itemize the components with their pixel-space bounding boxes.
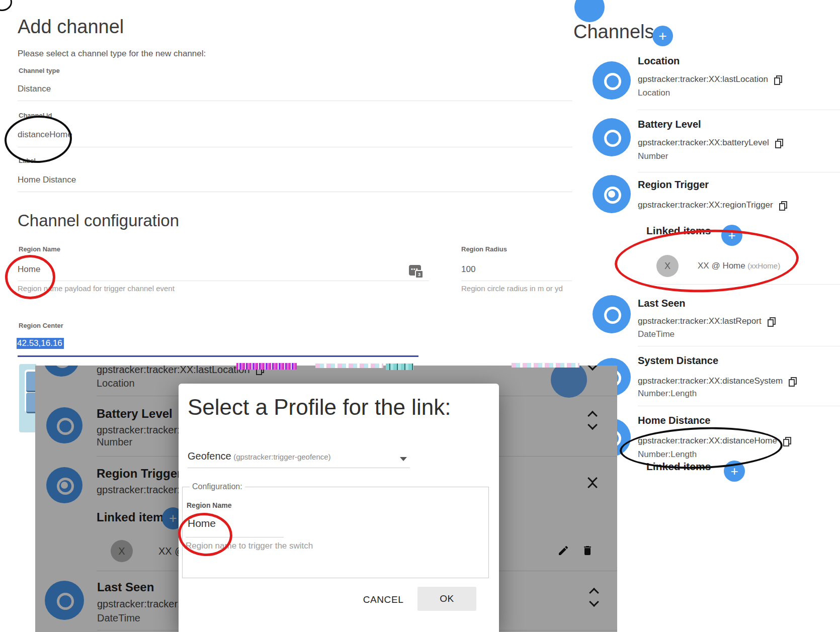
channels-panel-title: Channels bbox=[573, 21, 654, 43]
annotation-ellipse-region-name bbox=[5, 255, 55, 299]
delete-icon[interactable] bbox=[581, 545, 594, 557]
channel-item-type: Number:Length bbox=[638, 389, 697, 399]
channel-state-icon bbox=[593, 61, 631, 100]
glitch-artifact bbox=[386, 364, 413, 370]
region-name-underline bbox=[18, 281, 429, 281]
copy-icon[interactable] bbox=[783, 437, 791, 445]
channel-title[interactable]: Last Seen bbox=[97, 580, 154, 594]
chevron-down-icon[interactable] bbox=[400, 457, 407, 461]
channel-item-type: Location bbox=[638, 88, 670, 98]
intro-text: Please select a channel type for the new… bbox=[18, 49, 206, 59]
channel-item-type: DateTime bbox=[638, 329, 675, 339]
annotation-ellipse-channel-id bbox=[4, 114, 73, 165]
channel-item-type: Number bbox=[638, 151, 668, 161]
channel-uid: gpstracker:tracker:XX:regionTrigger bbox=[638, 200, 787, 210]
map-fragment bbox=[19, 364, 36, 432]
channel-uid: gpstracker:tracker:XX:batteryLevel bbox=[638, 138, 783, 148]
copy-icon[interactable] bbox=[789, 377, 796, 386]
channel-uid: gpstracker:tracker:XX:lastReport bbox=[638, 316, 775, 326]
copy-icon[interactable] bbox=[775, 139, 783, 147]
channel-state-icon bbox=[45, 581, 84, 620]
channel-item-type: Number bbox=[97, 436, 132, 448]
channel-title[interactable]: Location bbox=[638, 55, 680, 67]
glitch-artifact bbox=[512, 363, 579, 368]
region-radius-input[interactable]: 100 bbox=[461, 264, 475, 275]
region-center-label: Region Center bbox=[19, 322, 63, 329]
channel-type-underline bbox=[18, 101, 572, 101]
channel-state-icon bbox=[43, 366, 79, 377]
channel-item-type: DateTime bbox=[97, 612, 140, 624]
unfold-more-icon[interactable] bbox=[590, 589, 599, 605]
copy-icon[interactable] bbox=[768, 317, 775, 326]
profile-select-underline bbox=[188, 468, 410, 468]
region-radius-helper: Region circle radius in m or yd bbox=[461, 284, 563, 293]
annotation-ellipse-linked-item bbox=[614, 227, 800, 296]
channel-title[interactable]: System Distance bbox=[638, 355, 718, 367]
copy-icon[interactable] bbox=[774, 75, 782, 84]
unfold-more-icon[interactable] bbox=[588, 412, 597, 428]
channel-state-icon bbox=[593, 295, 631, 333]
label-underline bbox=[18, 192, 572, 192]
channel-state-icon bbox=[593, 118, 631, 156]
channel-trigger-icon bbox=[46, 467, 82, 503]
configuration-legend: Configuration: bbox=[190, 482, 245, 491]
partial-fab-top[interactable] bbox=[574, 0, 605, 22]
linked-item-avatar: X bbox=[111, 540, 133, 562]
screenshot-root: Add channel Please select a channel type… bbox=[0, 0, 840, 632]
numeric-keypad-icon[interactable]: ••• 3 bbox=[409, 265, 421, 276]
profile-selected-value: Geofence bbox=[188, 450, 231, 462]
annotation-ellipse-home-distance bbox=[619, 424, 784, 471]
copy-icon[interactable] bbox=[779, 201, 787, 210]
channel-item-type: Location bbox=[97, 378, 135, 389]
channel-state-icon bbox=[46, 407, 82, 443]
edit-icon[interactable] bbox=[557, 545, 569, 557]
profile-selected-uid: (gpstracker:trigger-geofence) bbox=[233, 453, 330, 461]
channel-title[interactable]: Last Seen bbox=[638, 298, 685, 309]
linked-items-header: Linked items bbox=[97, 510, 171, 524]
partial-channel-icon bbox=[551, 366, 587, 398]
add-channel-button[interactable]: + bbox=[652, 26, 673, 46]
region-center-focus-underline bbox=[18, 355, 418, 357]
channel-title[interactable]: Region Trigger bbox=[638, 179, 709, 191]
glitch-artifact bbox=[236, 363, 297, 370]
select-profile-modal: Select a Profile for the link: Geofence … bbox=[179, 384, 499, 632]
channel-title[interactable]: Region Trigger bbox=[97, 467, 182, 481]
channel-id-underline bbox=[18, 147, 572, 147]
ok-button[interactable]: OK bbox=[417, 587, 476, 611]
region-center-input[interactable]: 42.53,16.16 bbox=[17, 338, 64, 349]
glitch-artifact bbox=[315, 364, 383, 368]
channel-uid: gpstracker:tracker:XX:distanceSystem bbox=[638, 376, 796, 386]
channel-title[interactable]: Home Distance bbox=[638, 415, 711, 426]
region-name-label: Region Name bbox=[19, 245, 60, 253]
channel-trigger-icon bbox=[593, 175, 631, 213]
config-section-title: Channel configuration bbox=[18, 211, 179, 230]
region-radius-label: Region Radius bbox=[461, 245, 507, 253]
channel-uid: gpstracker:tracker:XX:lastLocation bbox=[638, 74, 782, 84]
channel-type-input[interactable]: Distance bbox=[18, 84, 51, 94]
channel-title[interactable]: Battery Level bbox=[638, 119, 701, 130]
channel-type-label: Channel type bbox=[19, 67, 60, 74]
keypad-badge: 3 bbox=[415, 270, 424, 279]
region-radius-underline bbox=[461, 281, 572, 281]
profile-select[interactable]: Geofence (gpstracker:trigger-geofence) bbox=[188, 450, 331, 462]
unfold-more-icon[interactable] bbox=[588, 366, 597, 369]
modal-title: Select a Profile for the link: bbox=[188, 395, 451, 420]
channel-title[interactable]: Battery Level bbox=[97, 407, 173, 421]
page-title: Add channel bbox=[18, 16, 124, 38]
label-input[interactable]: Home Distance bbox=[18, 175, 76, 185]
region-name-label: Region Name bbox=[187, 501, 231, 509]
unfold-less-icon[interactable] bbox=[588, 475, 597, 491]
annotation-arc bbox=[0, 0, 12, 11]
cancel-button[interactable]: CANCEL bbox=[356, 591, 411, 609]
